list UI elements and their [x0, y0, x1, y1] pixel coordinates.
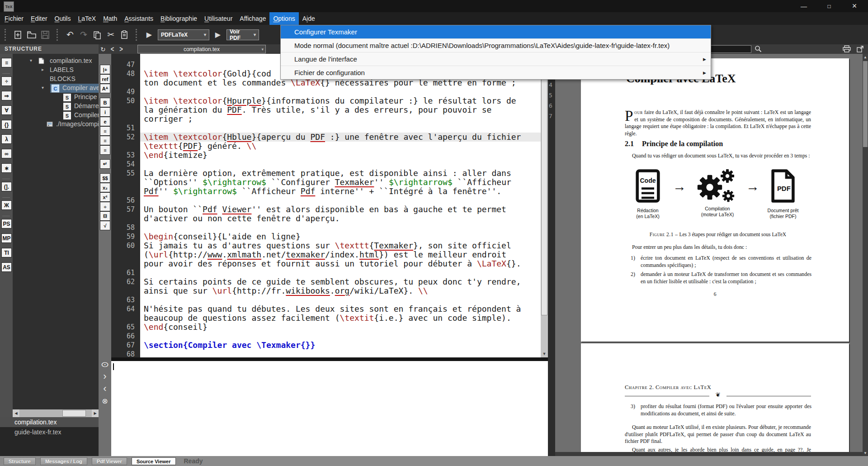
code-line[interactable]: [140, 124, 541, 133]
misc-math-icon[interactable]: ∞: [1, 149, 12, 158]
code-line[interactable]: [140, 223, 541, 232]
menubar-item-fichier[interactable]: Fichier: [1, 12, 27, 25]
new-document-button[interactable]: [11, 29, 25, 41]
toolbar-grip[interactable]: [57, 29, 60, 41]
code-line[interactable]: [140, 332, 541, 341]
scrollbar-thumb[interactable]: [62, 410, 86, 417]
divide-icon[interactable]: ÷: [100, 202, 110, 211]
newline-icon[interactable]: ↵: [100, 159, 110, 169]
open-file-item[interactable]: guide-latex-fr.tex: [0, 427, 99, 437]
italic-icon[interactable]: i: [100, 107, 110, 117]
statusbar-structure-button[interactable]: Structure: [4, 457, 36, 465]
scroll-up-icon[interactable]: ▲: [863, 54, 868, 60]
code-line[interactable]: beaucoup de questions assez facilement (…: [140, 314, 541, 323]
scroll-down-icon[interactable]: ▼: [863, 450, 868, 456]
code-line[interactable]: [140, 295, 541, 304]
code-line[interactable]: d'activer ou non cette fenêtre d'aperçu.: [140, 214, 541, 223]
inline-math-icon[interactable]: $$: [100, 173, 110, 183]
tree-item[interactable]: ▸LABELS: [13, 66, 99, 75]
tree-item[interactable]: SPrincipe de la: [13, 93, 99, 102]
tree-item[interactable]: ▾compilation.tex: [13, 57, 99, 66]
statusbar-source-viewer-button[interactable]: Source Viewer: [132, 457, 176, 465]
tikz-icon[interactable]: TI: [1, 248, 12, 257]
sqrt-icon[interactable]: √: [100, 221, 110, 230]
code-line[interactable]: \end{conseil}: [140, 323, 541, 332]
code-editor[interactable]: \item \textcolor{Gold}{codton document e…: [140, 54, 541, 357]
code-line[interactable]: Pdf'' $\rightarrow$ ``Afficheur Pdf inte…: [140, 187, 541, 196]
redo-button[interactable]: ↷: [77, 29, 90, 41]
menu-item[interactable]: Fichier de configuration▶: [281, 66, 711, 79]
ref-icon[interactable]: ref: [100, 74, 110, 84]
misc-symbols-icon[interactable]: ∗: [1, 163, 12, 173]
code-line[interactable]: \item \textcolor{Hpurple}{informations d…: [140, 96, 541, 105]
back-icon[interactable]: <: [111, 45, 114, 54]
align-center-icon[interactable]: ≡: [100, 136, 110, 145]
font-size-icon[interactable]: Aᴬ: [100, 84, 110, 93]
menu-item[interactable]: Mode normal (document maître actuel :D:\…: [281, 38, 711, 52]
code-line[interactable]: corriger ;: [140, 114, 541, 124]
code-line[interactable]: Si jamais tu as d'autres questions sur \…: [140, 241, 541, 250]
code-line[interactable]: ainsi que sur \url{http://fr.wikibooks.o…: [140, 286, 541, 295]
code-line[interactable]: \begin{conseil}{L'aide en ligne}: [140, 232, 541, 241]
toolbar-grip[interactable]: [136, 29, 139, 41]
run-view-button[interactable]: ▶: [211, 29, 225, 41]
menubar-item-outils[interactable]: Outils: [51, 12, 75, 25]
minimize-button[interactable]: —: [792, 0, 816, 12]
code-line[interactable]: ton document et les commandes \LaTeX{} n…: [140, 78, 541, 87]
delimiters-icon[interactable]: {}: [1, 120, 12, 129]
code-line[interactable]: [140, 160, 541, 169]
code-line[interactable]: \texttt{PDF} généré. \\: [140, 142, 541, 151]
superscript-icon[interactable]: x²: [100, 192, 110, 202]
scrollbar-thumb[interactable]: [863, 61, 868, 147]
run-button[interactable]: ▶: [142, 29, 156, 41]
scroll-down-icon[interactable]: ▼: [541, 350, 548, 357]
asymptote-icon[interactable]: AS: [1, 262, 12, 272]
code-line[interactable]: (\url{http://www.xmlmath.net/texmaker/in…: [140, 250, 541, 259]
align-right-icon[interactable]: ≡: [100, 145, 110, 155]
expand-icon[interactable]: ▸: [42, 67, 44, 72]
refresh-structure-icon[interactable]: ↻: [100, 46, 106, 53]
code-line[interactable]: [140, 268, 541, 277]
open-file-item[interactable]: compilation.tex: [0, 417, 99, 427]
log-panel[interactable]: [111, 361, 548, 456]
save-button[interactable]: [38, 29, 52, 41]
logic-symbols-icon[interactable]: ∀: [1, 105, 12, 115]
code-line[interactable]: ``Options'' $\rightarrow$ ``Configurer T…: [140, 178, 541, 187]
math-operators-icon[interactable]: ÷: [1, 76, 12, 86]
menubar-item-bibliographie[interactable]: Bibliographie: [157, 12, 201, 25]
prev-icon[interactable]: ‹: [100, 384, 110, 393]
metapost-icon[interactable]: MP: [1, 233, 12, 243]
scroll-left-icon[interactable]: ◀: [13, 409, 19, 417]
view-command-select[interactable]: Voir PDF ▾: [226, 29, 259, 40]
collapse-icon[interactable]: ▾: [30, 58, 32, 63]
collapse-icon[interactable]: ▾: [42, 85, 44, 90]
source-viewer-sliver[interactable]: 4567: [548, 54, 555, 456]
scrollbar-thumb[interactable]: [541, 62, 547, 315]
tree-item[interactable]: SDémarrer av: [13, 102, 99, 111]
search-icon[interactable]: [753, 45, 763, 53]
external-viewer-icon[interactable]: [855, 45, 865, 53]
undo-button[interactable]: ↶: [63, 29, 77, 41]
greek-letters-icon[interactable]: λ: [1, 134, 12, 144]
menubar-item-affichage[interactable]: Affichage: [236, 12, 269, 25]
close-button[interactable]: ×: [843, 0, 866, 12]
structure-hscrollbar[interactable]: ◀ ▶: [13, 409, 99, 417]
statusbar-messages-log-button[interactable]: Messages / Log: [40, 457, 87, 465]
next-icon[interactable]: ›: [100, 372, 110, 381]
copy-button[interactable]: [90, 29, 104, 41]
code-line[interactable]: pour avoir des réponses et fournit aussi…: [140, 259, 541, 268]
insert-icon[interactable]: |+: [100, 65, 110, 74]
pdf-vscrollbar[interactable]: ▲ ▼: [863, 54, 868, 456]
structure-tab-icon[interactable]: ≡: [1, 58, 12, 67]
tree-item[interactable]: SCompiler ave: [13, 111, 99, 120]
forward-icon[interactable]: >: [119, 45, 123, 54]
statusbar-pdf-viewer-button[interactable]: Pdf Viewer: [92, 457, 127, 465]
menu-item[interactable]: Configurer Texmaker: [281, 25, 711, 38]
fraction-icon[interactable]: ⊟: [100, 211, 110, 221]
code-line[interactable]: La dernière option, extrêmement pratique…: [140, 169, 541, 178]
editor-log-splitter[interactable]: [111, 357, 548, 361]
maximize-button[interactable]: □: [817, 0, 841, 12]
code-line[interactable]: Un bouton ``Pdf Viewer'' est alors dispo…: [140, 205, 541, 214]
bold-icon[interactable]: B: [100, 98, 110, 107]
cut-button[interactable]: ✂: [104, 29, 118, 41]
